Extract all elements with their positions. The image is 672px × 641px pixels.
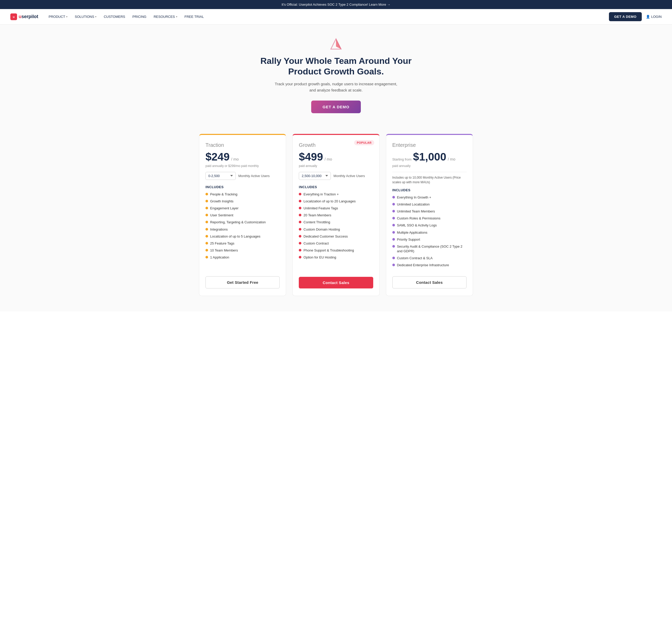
feature-dot <box>299 207 301 209</box>
hero-section: Rally Your Whole Team Around Your Produc… <box>0 25 672 124</box>
enterprise-price-starting: Starting from <box>392 158 411 161</box>
nav-pricing[interactable]: PRICING <box>132 15 146 18</box>
traction-mau-selector: 0-2,500 2,500-5,000 5,000-10,000 Monthly… <box>205 172 280 180</box>
feature-dot <box>392 224 395 227</box>
list-item: Custom Contract <box>299 241 373 246</box>
nav-actions: GET A DEMO 👤 LOGIN <box>609 12 662 21</box>
enterprise-card: Enterprise Starting from $1,000 / mo pai… <box>386 134 473 296</box>
banner-text: It's Official: Userpilot Achieves SOC 2 … <box>282 3 390 6</box>
svg-marker-1 <box>336 39 341 49</box>
login-button[interactable]: 👤 LOGIN <box>646 15 662 18</box>
chevron-down-icon: ▾ <box>95 15 96 18</box>
growth-note: paid annually <box>299 164 373 168</box>
list-item: Unlimited Localization <box>392 202 467 207</box>
hero-demo-button[interactable]: GET A DEMO <box>311 100 361 113</box>
enterprise-period: / mo <box>448 157 455 161</box>
logo-text: userpilot <box>18 14 38 19</box>
feature-dot <box>205 207 208 209</box>
list-item: People & Tracking <box>205 192 280 197</box>
enterprise-note: paid annually <box>392 164 467 168</box>
feature-dot <box>205 256 208 258</box>
feature-dot <box>205 235 208 237</box>
growth-features-list: Everything in Traction + Localization of… <box>299 192 373 271</box>
feature-dot <box>205 214 208 216</box>
feature-dot <box>205 242 208 245</box>
list-item: User Sentiment <box>205 213 280 218</box>
feature-dot <box>205 221 208 223</box>
feature-dot <box>299 235 301 237</box>
enterprise-price-row: Starting from $1,000 / mo <box>392 151 467 163</box>
hero-title: Rally Your Whole Team Around Your Produc… <box>259 56 413 77</box>
chevron-down-icon: ▾ <box>66 15 67 18</box>
enterprise-cta-button[interactable]: Contact Sales <box>392 276 467 288</box>
list-item: Localization of up to 5 Languages <box>205 234 280 239</box>
growth-period: / mo <box>325 157 332 161</box>
feature-dot <box>392 210 395 213</box>
list-item: Unlimited Team Members <box>392 209 467 214</box>
list-item: Priority Support <box>392 237 467 242</box>
list-item: Multiple Applications <box>392 230 467 235</box>
feature-dot <box>299 221 301 223</box>
traction-price-row: $249 / mo <box>205 151 280 163</box>
list-item: 25 Feature Tags <box>205 241 280 246</box>
traction-includes-label: INCLUDES <box>205 185 280 189</box>
growth-cta-button[interactable]: Contact Sales <box>299 277 373 288</box>
pricing-section: Traction $249 / mo paid annually or $299… <box>0 124 672 312</box>
feature-dot <box>299 200 301 202</box>
logo-link[interactable]: u userpilot <box>10 13 38 20</box>
feature-dot <box>299 249 301 251</box>
get-demo-button[interactable]: GET A DEMO <box>609 12 642 21</box>
list-item: Security Audit & Compliance (SOC 2 Type … <box>392 244 467 254</box>
list-item: 20 Team Members <box>299 213 373 218</box>
growth-price: $499 <box>299 151 323 163</box>
traction-cta-button[interactable]: Get Started Free <box>205 276 280 288</box>
traction-note: paid annually or $299/mo paid monthly <box>205 164 280 168</box>
feature-dot <box>392 264 395 266</box>
traction-card: Traction $249 / mo paid annually or $299… <box>199 134 286 296</box>
feature-dot <box>205 193 208 195</box>
user-icon: 👤 <box>646 15 650 18</box>
list-item: Custom Contract & SLA <box>392 256 467 261</box>
list-item: 1 Application <box>205 255 280 260</box>
feature-dot <box>299 256 301 258</box>
nav-solutions[interactable]: SOLUTIONS ▾ <box>75 15 96 18</box>
nav-customers[interactable]: CUSTOMERS <box>104 15 125 18</box>
feature-dot <box>392 257 395 259</box>
list-item: Custom Roles & Permissions <box>392 216 467 221</box>
list-item: Everything In Growth + <box>392 195 467 200</box>
nav-free-trial[interactable]: FREE TRIAL <box>184 15 204 18</box>
list-item: Engagement Layer <box>205 206 280 211</box>
logo-icon: u <box>10 13 17 20</box>
hero-subtitle: Track your product growth goals, nudge u… <box>274 81 398 93</box>
popular-badge: POPULAR <box>354 140 374 145</box>
list-item: Unlimited Feature Tags <box>299 206 373 211</box>
nav-product[interactable]: PRODUCT ▾ <box>49 15 67 18</box>
feature-dot <box>392 231 395 234</box>
chevron-down-icon: ▾ <box>176 15 177 18</box>
list-item: Dedicated Enterprise Infrastructure <box>392 263 467 268</box>
nav-links: PRODUCT ▾ SOLUTIONS ▾ CUSTOMERS PRICING … <box>49 15 609 18</box>
feature-dot <box>299 228 301 231</box>
list-item: Content Throttling <box>299 220 373 224</box>
enterprise-includes-label: INCLUDES <box>392 188 467 192</box>
growth-mau-selector: 2,500-10,000 10,000-20,000 20,000-50,000… <box>299 172 373 180</box>
nav-resources[interactable]: RESOURCES ▾ <box>153 15 177 18</box>
feature-dot <box>299 193 301 195</box>
hero-icon <box>5 38 667 52</box>
list-item: SAML SSO & Activity Logs <box>392 223 467 228</box>
enterprise-price: $1,000 <box>413 151 446 163</box>
growth-mau-select[interactable]: 2,500-10,000 10,000-20,000 20,000-50,000 <box>299 172 331 180</box>
feature-dot <box>205 249 208 251</box>
list-item: Dedicated Customer Success <box>299 234 373 239</box>
list-item: Everything in Traction + <box>299 192 373 197</box>
enterprise-features-list: Everything In Growth + Unlimited Localiz… <box>392 195 467 270</box>
navbar: u userpilot PRODUCT ▾ SOLUTIONS ▾ CUSTOM… <box>0 9 672 25</box>
traction-mau-select[interactable]: 0-2,500 2,500-5,000 5,000-10,000 <box>205 172 236 180</box>
traction-period: / mo <box>231 157 238 161</box>
traction-features-list: People & Tracking Growth Insights Engage… <box>205 192 280 270</box>
feature-dot <box>299 214 301 216</box>
growth-price-row: $499 / mo <box>299 151 373 163</box>
pricing-grid: Traction $249 / mo paid annually or $299… <box>199 134 473 296</box>
feature-dot <box>392 245 395 248</box>
list-item: Integrations <box>205 227 280 232</box>
